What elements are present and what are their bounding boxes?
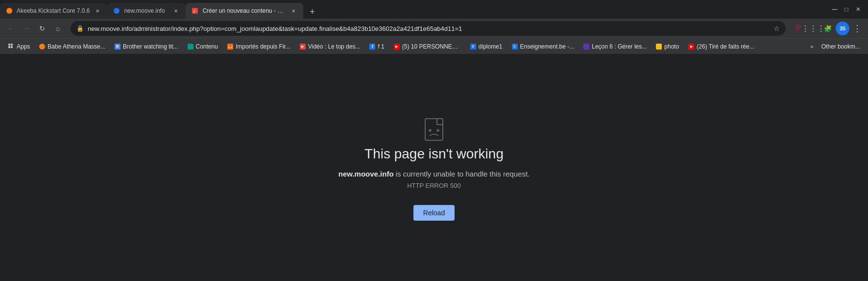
bookmark-yt[interactable]: ▶ (5) 10 PERSONNES... (389, 42, 465, 51)
bookmark-babe[interactable]: Babe Athena Masse... (35, 42, 109, 51)
error-code: HTTP ERROR 500 (407, 182, 461, 189)
window-close[interactable]: ✕ (854, 5, 862, 13)
tab-bar-row: Akeeba Kickstart Core 7.0.6 ✕ new.moove.… (0, 0, 868, 19)
page-content: This page isn't working new.moove.info i… (0, 54, 868, 281)
bookmark-apps-label: Apps (17, 43, 30, 50)
error-site: new.moove.info (338, 170, 394, 178)
svg-rect-4 (8, 46, 10, 48)
bookmark-lecon[interactable]: Leçon 6 : Gérer les... (579, 42, 651, 51)
apps-grid-icon[interactable]: ⋮⋮⋮ (806, 22, 820, 35)
tab-label-moove: new.moove.info (124, 7, 168, 14)
photo-favicon (655, 43, 662, 50)
bookmark-video-label: Vidéo : Le top des... (308, 43, 361, 50)
bookmarks-bar: Apps Babe Athena Masse... B Brother watc… (0, 38, 868, 54)
lock-icon: 🔒 (76, 25, 84, 32)
nav-right-controls: P ⋮⋮⋮ 🧩 35 ⋮ (792, 22, 864, 35)
apps-favicon (8, 43, 15, 50)
window-maximize[interactable]: □ (843, 5, 850, 13)
svg-rect-6 (425, 119, 443, 140)
tab-favicon-akeeba (6, 7, 13, 14)
bookmark-lecon-label: Leçon 6 : Gérer les... (592, 43, 647, 50)
bookmark-brother-label: Brother watching tit... (123, 43, 178, 50)
tab-bar: Akeeba Kickstart Core 7.0.6 ✕ new.moove.… (0, 0, 319, 19)
lecon-favicon (583, 43, 590, 50)
bookmark-babe-label: Babe Athena Masse... (48, 43, 105, 50)
bookmark-contenu[interactable]: Contenu (183, 42, 222, 51)
tab-moove[interactable]: new.moove.info ✕ (107, 3, 186, 19)
tab-akeeba[interactable]: Akeeba Kickstart Core 7.0.6 ✕ (0, 3, 107, 19)
extension-icon[interactable]: 🧩 (821, 22, 835, 35)
importes-favicon: 🦊 (227, 43, 234, 50)
bookmark-yt-label: (5) 10 PERSONNES... (402, 43, 461, 50)
bookmark-video[interactable]: ▶ Vidéo : Le top des... (295, 42, 364, 51)
enseignement-favicon: E (511, 43, 518, 50)
yt-favicon: ▶ (393, 43, 400, 50)
svg-point-8 (437, 129, 439, 131)
tab-label-akeeba: Akeeba Kickstart Core 7.0.6 (17, 7, 90, 14)
tire-favicon: ▶ (688, 43, 695, 50)
tab-creer[interactable]: J Créer un nouveau contenu - For... ✕ (186, 3, 303, 19)
bookmark-photo-label: photo (664, 43, 679, 50)
profile-button[interactable]: 35 (836, 22, 849, 35)
bookmark-photo[interactable]: photo (651, 42, 683, 51)
bookmark-diplome-label: diplome1 (479, 43, 503, 50)
reload-button[interactable]: ↻ (35, 22, 49, 35)
tab-favicon-moove (113, 7, 120, 14)
other-bookmarks-button[interactable]: Other bookm... (818, 42, 864, 51)
reload-button[interactable]: Reload (413, 205, 455, 221)
bookmark-brother[interactable]: B Brother watching tit... (110, 42, 182, 51)
browser-chrome: Akeeba Kickstart Core 7.0.6 ✕ new.moove.… (0, 0, 868, 54)
svg-rect-5 (11, 46, 13, 48)
error-icon (419, 115, 449, 146)
video-favicon: ▶ (299, 43, 306, 50)
tab-close-moove[interactable]: ✕ (172, 7, 180, 15)
tab-close-creer[interactable]: ✕ (289, 7, 297, 15)
bookmark-fb-label: f 1 (378, 43, 384, 50)
bookmark-tire-label: (26) Tiré de faits rée... (697, 43, 754, 50)
svg-text:J: J (193, 9, 195, 13)
home-button[interactable]: ⌂ (51, 22, 65, 35)
svg-point-7 (429, 129, 431, 131)
bookmark-importes[interactable]: 🦊 Importés depuis Fir... (223, 42, 294, 51)
back-button[interactable]: ← (4, 22, 18, 35)
bookmark-star-icon[interactable]: ☆ (773, 25, 780, 32)
svg-rect-3 (11, 44, 13, 46)
bookmark-diplome[interactable]: E diplome1 (466, 42, 506, 51)
error-description-text: is currently unable to handle this reque… (396, 170, 530, 178)
new-tab-button[interactable]: + (305, 5, 319, 19)
error-description: new.moove.info is currently unable to ha… (338, 170, 530, 178)
brother-favicon: B (114, 43, 121, 50)
tab-favicon-creer: J (192, 7, 198, 14)
forward-button[interactable]: → (20, 22, 33, 35)
tab-close-akeeba[interactable]: ✕ (94, 7, 101, 15)
bookmark-importes-label: Importés depuis Fir... (236, 43, 290, 50)
address-bar[interactable]: 🔒 new.moove.info/administrator/index.php… (71, 21, 786, 36)
babe-favicon (39, 43, 46, 50)
svg-rect-2 (8, 44, 10, 46)
contenu-favicon (187, 43, 194, 50)
bookmark-enseignement[interactable]: E Enseignement.be -... (507, 42, 579, 51)
bookmark-contenu-label: Contenu (196, 43, 218, 50)
bookmark-tire[interactable]: ▶ (26) Tiré de faits rée... (684, 42, 758, 51)
bookmark-apps[interactable]: Apps (4, 42, 34, 51)
nav-bar: ← → ↻ ⌂ 🔒 new.moove.info/administrator/i… (0, 19, 868, 38)
more-options-button[interactable]: ⋮ (850, 22, 864, 35)
bookmark-fb[interactable]: f f 1 (365, 42, 388, 51)
bookmark-enseignement-label: Enseignement.be -... (520, 43, 575, 50)
fb-favicon: f (369, 43, 376, 50)
address-text: new.moove.info/administrator/index.php?o… (88, 25, 770, 32)
error-title: This page isn't working (364, 146, 504, 162)
window-minimize[interactable]: ─ (831, 5, 839, 13)
diplome-favicon: E (470, 43, 477, 50)
bookmarks-more-button[interactable]: » (807, 42, 817, 51)
tab-label-creer: Créer un nouveau contenu - For... (202, 7, 286, 14)
